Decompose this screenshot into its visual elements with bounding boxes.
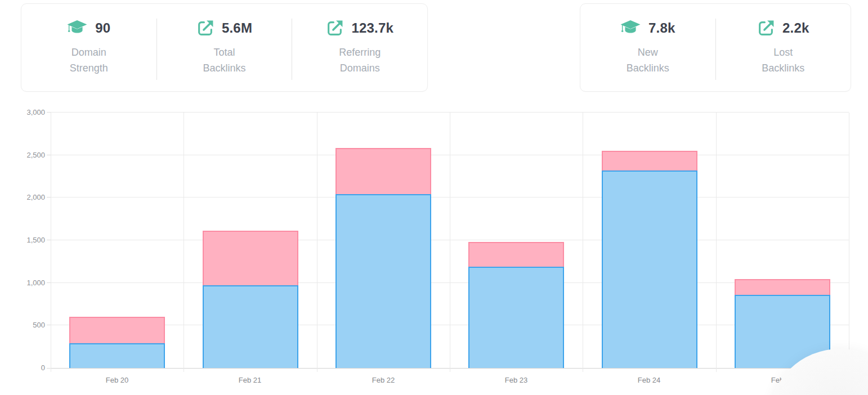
y-tickmark <box>47 112 51 113</box>
y-tickmark <box>47 155 51 155</box>
bar-segment-new-backlinks[interactable] <box>69 343 165 368</box>
y-tickmark <box>47 282 51 283</box>
external-link-icon <box>196 20 214 37</box>
bar-segment-new-backlinks[interactable] <box>203 285 298 368</box>
x-gridline <box>51 113 51 372</box>
backlinks-stacked-bar-chart <box>51 113 849 368</box>
stat-label: Lost Backlinks <box>762 44 804 76</box>
bar-segment-lost-backlinks[interactable] <box>335 148 431 194</box>
stat-label: Referring Domains <box>339 44 381 76</box>
y-tick-label: 1,000 <box>0 278 45 288</box>
x-tick-label: Feb 20 <box>51 375 184 386</box>
y-tick-label: 3,000 <box>0 107 45 118</box>
stat-lost-backlinks: 2.2k Lost Backlinks <box>716 4 851 91</box>
x-gridline <box>849 113 849 372</box>
bar-segment-lost-backlinks[interactable] <box>468 242 564 267</box>
bar-segment-new-backlinks[interactable] <box>468 267 564 368</box>
y-tick-label: 0 <box>0 363 45 373</box>
stat-value: 7.8k <box>648 20 675 36</box>
y-tick-label: 2,500 <box>0 150 45 160</box>
stat-value: 123.7k <box>351 20 393 36</box>
x-tick-label: Feb 23 <box>450 375 583 386</box>
y-tickmark <box>47 240 51 240</box>
x-tick-label: Feb 22 <box>317 375 450 386</box>
y-tickmark <box>47 368 51 369</box>
x-tick-label: Feb 24 <box>583 375 715 386</box>
overview-stats-card: 90 Domain Strength 5.6M Total Backlinks <box>21 3 428 92</box>
y-tick-label: 1,500 <box>0 235 45 245</box>
bar-segment-new-backlinks[interactable] <box>602 170 697 368</box>
y-tickmark <box>47 197 51 198</box>
stat-total-backlinks: 5.6M Total Backlinks <box>157 4 292 91</box>
bar-segment-new-backlinks[interactable] <box>335 194 431 368</box>
backlink-changes-card: 7.8k New Backlinks 2.2k Lost Backlinks <box>580 3 851 92</box>
bar-segment-lost-backlinks[interactable] <box>602 151 697 170</box>
external-link-icon <box>757 20 775 37</box>
y-tick-label: 2,000 <box>0 192 45 203</box>
stat-value: 90 <box>95 20 110 36</box>
x-gridline <box>583 113 583 372</box>
stat-label: New Backlinks <box>627 44 669 76</box>
stat-label: Total Backlinks <box>203 44 245 76</box>
external-link-icon <box>326 20 343 37</box>
x-tick-label: Feb 21 <box>184 375 316 386</box>
stat-referring-domains: 123.7k Referring Domains <box>292 4 427 91</box>
stat-label: Domain Strength <box>70 44 108 76</box>
bar-segment-lost-backlinks[interactable] <box>69 317 165 343</box>
bar-segment-lost-backlinks[interactable] <box>735 279 830 295</box>
x-gridline <box>450 113 450 372</box>
graduation-cap-icon <box>620 19 641 37</box>
stat-new-backlinks: 7.8k New Backlinks <box>580 4 715 91</box>
chart-y-axis: 05001,0001,5002,0002,5003,000 <box>0 113 45 368</box>
stat-value: 2.2k <box>782 20 809 36</box>
graduation-cap-icon <box>67 19 87 37</box>
x-gridline <box>317 113 317 372</box>
y-tickmark <box>47 325 51 325</box>
stat-domain-strength: 90 Domain Strength <box>21 4 156 91</box>
bar-segment-lost-backlinks[interactable] <box>203 231 298 285</box>
backlinks-dashboard: 90 Domain Strength 5.6M Total Backlinks <box>0 0 868 395</box>
y-tick-label: 500 <box>0 320 45 330</box>
x-gridline <box>184 113 184 372</box>
chart-x-axis: Feb 20Feb 21Feb 22Feb 23Feb 24Feb 25 <box>51 375 849 386</box>
stat-value: 5.6M <box>222 20 252 36</box>
x-gridline <box>716 113 717 372</box>
